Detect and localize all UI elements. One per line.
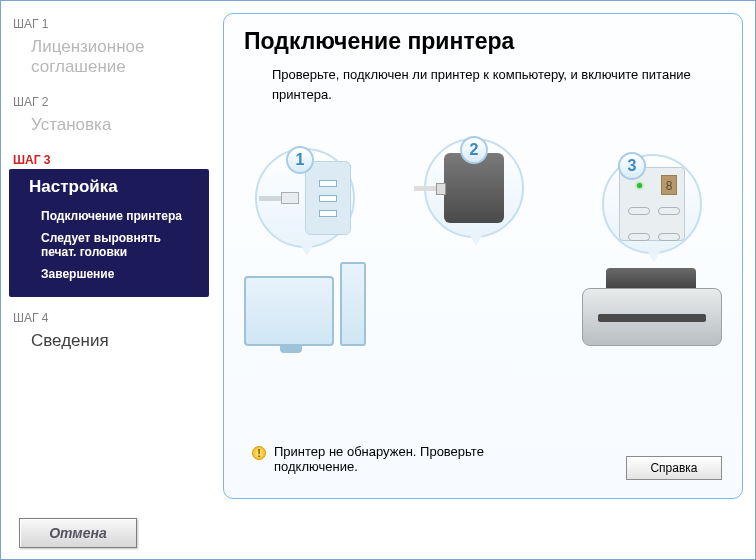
bubble-control-panel: 8 bbox=[602, 154, 702, 254]
page-title: Подключение принтера bbox=[244, 28, 722, 55]
page-description: Проверьте, подключен ли принтер к компью… bbox=[244, 65, 722, 104]
step2-label: ШАГ 2 bbox=[1, 91, 217, 111]
badge-2: 2 bbox=[460, 136, 488, 164]
help-button[interactable]: Справка bbox=[626, 456, 722, 480]
warning-icon: ! bbox=[252, 446, 266, 460]
substep-finish: Завершение bbox=[29, 263, 199, 285]
illus-printer-power: 3 8 bbox=[582, 154, 722, 346]
illus-printer-cable: 2 bbox=[424, 138, 524, 346]
step3-title: Настройка bbox=[29, 177, 199, 197]
step3-block: Настройка Подключение принтера Следует в… bbox=[9, 169, 209, 297]
printer-icon bbox=[582, 268, 722, 346]
substep-connect-printer: Подключение принтера bbox=[29, 205, 199, 227]
warning-text: Принтер не обнаружен. Проверьте подключе… bbox=[274, 444, 554, 474]
bottom-bar: Отмена bbox=[1, 507, 755, 559]
main-panel: Подключение принтера Проверьте, подключе… bbox=[223, 13, 743, 499]
warning-message: ! Принтер не обнаружен. Проверьте подклю… bbox=[244, 444, 554, 474]
usb-ports-icon bbox=[305, 161, 351, 235]
step1-title: Лицензионное соглашение bbox=[1, 33, 217, 91]
step1-label: ШАГ 1 bbox=[1, 13, 217, 33]
step4-title: Сведения bbox=[1, 327, 217, 365]
step2-title: Установка bbox=[1, 111, 217, 149]
cancel-button[interactable]: Отмена bbox=[19, 518, 137, 548]
illustration-row: 1 2 bbox=[244, 116, 722, 346]
computer-icon bbox=[244, 262, 366, 346]
badge-3: 3 bbox=[618, 152, 646, 180]
step3-label: ШАГ 3 bbox=[1, 149, 217, 169]
usb-plug-icon bbox=[259, 192, 299, 204]
step4-label: ШАГ 4 bbox=[1, 307, 217, 327]
substep-align-heads: Следует выровнять печат. головки bbox=[29, 227, 199, 263]
sidebar: ШАГ 1 Лицензионное соглашение ШАГ 2 Уста… bbox=[1, 1, 217, 499]
badge-1: 1 bbox=[286, 146, 314, 174]
illus-usb-computer: 1 bbox=[244, 148, 366, 346]
warning-row: ! Принтер не обнаружен. Проверьте подклю… bbox=[244, 444, 722, 480]
installer-window: ШАГ 1 Лицензионное соглашение ШАГ 2 Уста… bbox=[0, 0, 756, 560]
